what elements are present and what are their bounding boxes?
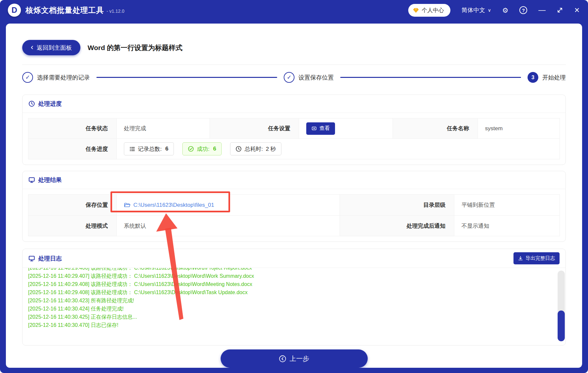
app-version: - v1.12.0 (107, 9, 124, 14)
step-progress-bar: ✓ 选择需要处理的记录 ✓ 设置保存位置 3 开始处理 (22, 72, 566, 83)
export-log-button[interactable]: 导出完整日志 (513, 252, 560, 264)
log-line: [2025-12-16 11:40:29.406] 该路径处理成功： C:\Us… (28, 268, 552, 272)
log-panel-header-left: 处理日志 (28, 255, 62, 262)
log-line: [2025-12-16 11:40:30.423] 所有路径处理完成! (28, 296, 552, 305)
step-1-label: 选择需要处理的记录 (37, 74, 90, 81)
save-location-label: 保存位置 (28, 195, 117, 216)
user-center-button[interactable]: 个人中心 (408, 4, 450, 17)
settings-gear-icon[interactable]: ⚙ (502, 7, 508, 14)
log-panel-title: 处理日志 (38, 255, 62, 262)
task-name-label: 任务名称 (393, 118, 478, 139)
log-line: [2025-12-16 11:40:30.470] 日志已保存! (28, 321, 552, 329)
step-3: 3 开始处理 (528, 72, 566, 83)
step-1: ✓ 选择需要处理的记录 (22, 72, 90, 83)
notify-value: 不显示通知 (454, 216, 560, 236)
language-selector[interactable]: 简体中文 ∨ (462, 6, 491, 14)
list-icon (129, 146, 135, 152)
view-settings-button[interactable]: 查看 (306, 122, 335, 135)
task-status-value: 处理完成 (117, 118, 210, 139)
records-total-value: 6 (165, 146, 168, 152)
previous-step-button[interactable]: 上一步 (221, 349, 368, 368)
task-name-value: system (478, 118, 560, 139)
task-progress-cell: 记录总数: 6 成功: 6 总耗时: 2 秒 (117, 139, 560, 159)
progress-chips: 记录总数: 6 成功: 6 总耗时: 2 秒 (124, 142, 281, 155)
task-settings-label: 任务设置 (210, 118, 299, 139)
results-panel-header: 处理结果 (23, 171, 565, 189)
log-line: [2025-12-16 11:40:29.408] 该路径处理成功： C:\Us… (28, 280, 552, 288)
records-total-label: 记录总数: (138, 145, 162, 153)
step-3-number: 3 (528, 72, 538, 83)
check-circle-icon (188, 146, 194, 152)
clock-icon (28, 100, 35, 107)
clock-icon (236, 146, 242, 152)
results-table: 保存位置 C:\Users\11623\Desktop\files_01 目录层… (28, 194, 560, 236)
app-logo-icon: D (8, 4, 21, 17)
circle-left-arrow-icon (279, 355, 286, 363)
log-panel-header: 处理日志 导出完整日志 (23, 249, 565, 268)
back-to-dashboard-button[interactable]: ‹ 返回到主面板 (22, 40, 80, 55)
log-scrollbar-track[interactable] (558, 271, 565, 341)
success-value: 6 (213, 146, 216, 152)
help-icon[interactable]: ? (519, 6, 527, 14)
progress-panel-body: 任务状态 处理完成 任务设置 查看 任务名称 system 任务进度 (23, 113, 565, 165)
log-lines: [2025-12-16 11:40:29.406] 该路径处理成功： C:\Us… (28, 268, 552, 329)
step-2-label: 设置保存位置 (298, 74, 334, 81)
records-total-chip: 记录总数: 6 (124, 142, 174, 155)
log-viewport[interactable]: [2025-12-16 11:40:29.406] 该路径处理成功： C:\Us… (23, 268, 565, 345)
log-line: [2025-12-16 11:40:30.424] 任务处理完成! (28, 305, 552, 313)
save-location-link[interactable]: C:\Users\11623\Desktop\files_01 (124, 202, 214, 208)
task-progress-label: 任务进度 (28, 139, 117, 159)
export-log-label: 导出完整日志 (526, 255, 555, 261)
success-label: 成功: (197, 145, 210, 153)
log-panel: 处理日志 导出完整日志 [2025-12-16 11:40:29.406] 该路… (22, 249, 566, 346)
task-settings-cell: 查看 (299, 118, 393, 139)
view-icon (311, 126, 317, 131)
log-line: [2025-12-16 11:40:29.407] 该路径处理成功： C:\Us… (28, 272, 552, 280)
minimize-button[interactable]: — (538, 7, 546, 14)
chevron-down-icon: ∨ (488, 8, 491, 13)
maximize-icon[interactable] (557, 7, 563, 13)
dir-level-value: 平铺到新位置 (454, 195, 560, 216)
chevron-left-icon: ‹ (31, 43, 33, 51)
titlebar-actions: 个人中心 简体中文 ∨ ⚙ ? — × (408, 4, 580, 17)
results-panel-title: 处理结果 (38, 176, 62, 184)
language-label: 简体中文 (462, 6, 485, 14)
success-chip: 成功: 6 (182, 142, 222, 155)
titlebar: D 核烁文档批量处理工具 - v1.12.0 个人中心 简体中文 ∨ ⚙ ? —… (0, 0, 588, 20)
step-3-label: 开始处理 (542, 74, 566, 81)
mode-label: 处理模式 (28, 216, 117, 236)
folder-open-icon (124, 202, 130, 208)
progress-panel-title: 处理进度 (38, 100, 62, 108)
mode-value: 系统默认 (117, 216, 340, 236)
notify-label: 处理完成后通知 (340, 216, 454, 236)
task-status-label: 任务状态 (28, 118, 117, 139)
view-button-label: 查看 (319, 125, 330, 132)
results-panel: 处理结果 保存位置 C:\Users\11623\Desktop\files_0… (22, 171, 566, 242)
elapsed-time-value: 2 秒 (266, 145, 276, 153)
logo-letter: D (11, 6, 17, 15)
log-scrollbar-thumb[interactable] (558, 311, 565, 341)
footer-actions: 上一步 (22, 349, 566, 368)
close-button[interactable]: × (574, 6, 580, 15)
previous-step-label: 上一步 (290, 354, 309, 363)
step-done-check-icon: ✓ (22, 72, 33, 83)
step-connector (340, 77, 521, 78)
user-center-label: 个人中心 (422, 7, 444, 14)
download-icon (518, 256, 523, 261)
page-title: Word 的第一行设置为标题样式 (88, 43, 182, 52)
page-header: ‹ 返回到主面板 Word 的第一行设置为标题样式 (22, 40, 566, 65)
main-card: ‹ 返回到主面板 Word 的第一行设置为标题样式 ✓ 选择需要处理的记录 ✓ … (6, 24, 582, 368)
monitor-icon (28, 255, 35, 262)
save-location-path: C:\Users\11623\Desktop\files_01 (133, 202, 214, 208)
progress-panel: 处理进度 任务状态 处理完成 任务设置 查看 任务名称 system 任务进度 (22, 95, 566, 165)
monitor-icon (28, 177, 35, 183)
progress-panel-header: 处理进度 (23, 95, 565, 113)
elapsed-time-chip: 总耗时: 2 秒 (230, 142, 281, 155)
log-line: [2025-12-16 11:40:29.408] 该路径处理成功： C:\Us… (28, 288, 552, 296)
app-window: D 核烁文档批量处理工具 - v1.12.0 个人中心 简体中文 ∨ ⚙ ? —… (0, 0, 588, 373)
gem-icon (413, 7, 419, 13)
elapsed-time-label: 总耗时: (244, 145, 263, 153)
step-done-check-icon: ✓ (284, 72, 294, 83)
progress-table: 任务状态 处理完成 任务设置 查看 任务名称 system 任务进度 (28, 118, 560, 159)
log-line: [2025-12-16 11:40:30.425] 正在保存日志信息... (28, 313, 552, 321)
